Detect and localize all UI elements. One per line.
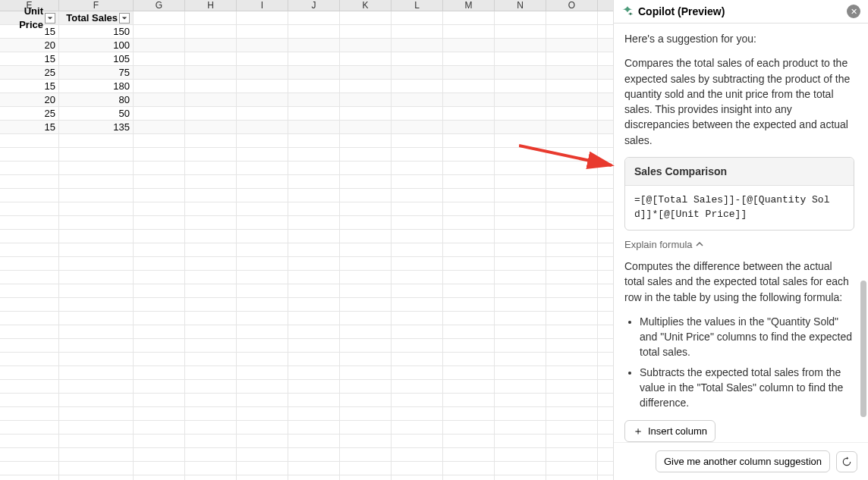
- cell[interactable]: [546, 284, 598, 297]
- cell[interactable]: [443, 230, 495, 243]
- filter-dropdown-icon[interactable]: [45, 13, 55, 24]
- cell[interactable]: [495, 325, 546, 338]
- cell[interactable]: [392, 448, 443, 461]
- cell[interactable]: [288, 175, 340, 188]
- cell[interactable]: [0, 216, 59, 229]
- cell[interactable]: [392, 25, 443, 38]
- cell[interactable]: [495, 284, 546, 297]
- cell[interactable]: [0, 175, 59, 188]
- cell[interactable]: [546, 435, 598, 447]
- cell[interactable]: [237, 230, 288, 243]
- cell[interactable]: 15: [0, 25, 59, 38]
- cell[interactable]: [495, 25, 546, 38]
- cell[interactable]: [392, 462, 443, 475]
- cell[interactable]: [0, 435, 59, 447]
- col-header-K[interactable]: K: [340, 0, 392, 11]
- cell[interactable]: [237, 175, 288, 188]
- cell[interactable]: [185, 93, 237, 106]
- cell[interactable]: [288, 52, 340, 65]
- col-header-J[interactable]: J: [288, 0, 340, 11]
- cell[interactable]: [59, 230, 134, 243]
- cell[interactable]: [0, 366, 59, 379]
- cell[interactable]: [134, 52, 185, 65]
- cell[interactable]: [185, 39, 237, 52]
- cell[interactable]: [0, 312, 59, 325]
- cell[interactable]: [185, 462, 237, 475]
- cell[interactable]: [134, 39, 185, 52]
- cell[interactable]: [546, 162, 598, 174]
- cell[interactable]: [237, 407, 288, 420]
- cell[interactable]: [340, 298, 392, 311]
- cell[interactable]: [185, 243, 237, 256]
- cell[interactable]: [443, 339, 495, 352]
- cell[interactable]: [288, 230, 340, 243]
- cell[interactable]: [237, 394, 288, 406]
- cell[interactable]: [0, 189, 59, 202]
- cell[interactable]: 20: [0, 39, 59, 52]
- cell[interactable]: 105: [59, 52, 134, 65]
- cell[interactable]: [546, 421, 598, 434]
- cell[interactable]: [340, 202, 392, 215]
- header-cell-unit-price[interactable]: Unit Price: [0, 11, 59, 24]
- cell[interactable]: [288, 39, 340, 52]
- cell[interactable]: [288, 475, 340, 480]
- cell[interactable]: [59, 325, 134, 338]
- cell[interactable]: [495, 243, 546, 256]
- cell[interactable]: [443, 189, 495, 202]
- cell[interactable]: [134, 134, 185, 147]
- cell[interactable]: [0, 462, 59, 475]
- cell[interactable]: [443, 284, 495, 297]
- explain-formula-toggle[interactable]: Explain formula: [624, 238, 854, 253]
- cell[interactable]: [495, 107, 546, 120]
- cell[interactable]: [546, 448, 598, 461]
- cell[interactable]: [237, 435, 288, 447]
- cell[interactable]: [134, 148, 185, 161]
- cell[interactable]: [495, 462, 546, 475]
- cell[interactable]: 180: [59, 80, 134, 93]
- cell[interactable]: [288, 80, 340, 93]
- cell[interactable]: 15: [0, 80, 59, 93]
- cell[interactable]: [495, 216, 546, 229]
- cell[interactable]: [185, 148, 237, 161]
- cell[interactable]: [546, 39, 598, 52]
- col-header-G[interactable]: G: [134, 0, 185, 11]
- cell[interactable]: [495, 448, 546, 461]
- cell[interactable]: [134, 66, 185, 79]
- cell[interactable]: [443, 66, 495, 79]
- cell[interactable]: [443, 271, 495, 284]
- filter-dropdown-icon[interactable]: [119, 13, 130, 24]
- cell[interactable]: [134, 175, 185, 188]
- cell[interactable]: [237, 107, 288, 120]
- cell[interactable]: [443, 216, 495, 229]
- cell[interactable]: [0, 271, 59, 284]
- cell[interactable]: [134, 298, 185, 311]
- cell[interactable]: [495, 394, 546, 406]
- cell[interactable]: [546, 121, 598, 133]
- cell[interactable]: [185, 394, 237, 406]
- cell[interactable]: [443, 243, 495, 256]
- cell[interactable]: [59, 257, 134, 270]
- cell[interactable]: [443, 52, 495, 65]
- cell[interactable]: [0, 448, 59, 461]
- cell[interactable]: [185, 435, 237, 447]
- cell[interactable]: [185, 175, 237, 188]
- cell[interactable]: [495, 380, 546, 393]
- cell[interactable]: [59, 394, 134, 406]
- cell[interactable]: [185, 325, 237, 338]
- cell[interactable]: [237, 271, 288, 284]
- cell[interactable]: [0, 339, 59, 352]
- cell[interactable]: [134, 202, 185, 215]
- cell[interactable]: [237, 353, 288, 365]
- cell[interactable]: [443, 312, 495, 325]
- cell[interactable]: [443, 25, 495, 38]
- cell[interactable]: [288, 353, 340, 365]
- cell[interactable]: [495, 435, 546, 447]
- cell[interactable]: [59, 353, 134, 365]
- cell[interactable]: [134, 366, 185, 379]
- cell[interactable]: [134, 380, 185, 393]
- cell[interactable]: [134, 93, 185, 106]
- cell[interactable]: [495, 66, 546, 79]
- cell[interactable]: [134, 121, 185, 133]
- cell[interactable]: [288, 380, 340, 393]
- cell[interactable]: [0, 353, 59, 365]
